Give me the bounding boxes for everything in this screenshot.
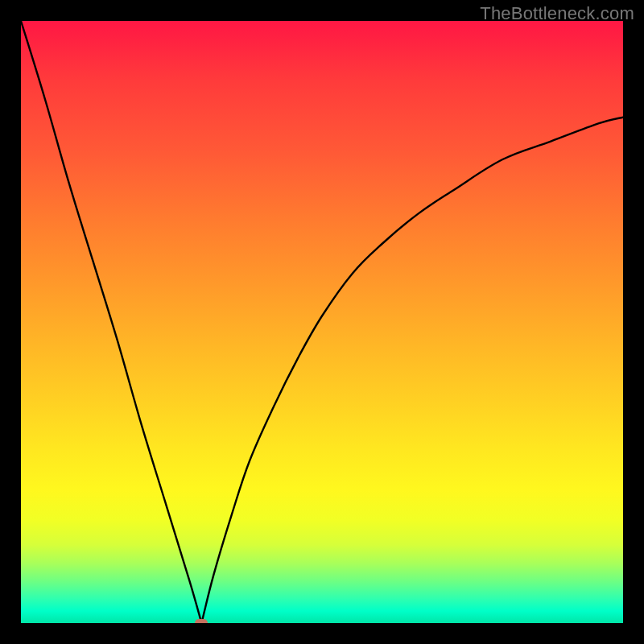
curve-path <box>21 21 623 623</box>
chart-frame: TheBottleneck.com <box>0 0 644 644</box>
plot-area <box>21 21 623 623</box>
minimum-marker <box>195 619 208 623</box>
watermark-text: TheBottleneck.com <box>480 3 634 24</box>
bottleneck-curve <box>21 21 623 623</box>
